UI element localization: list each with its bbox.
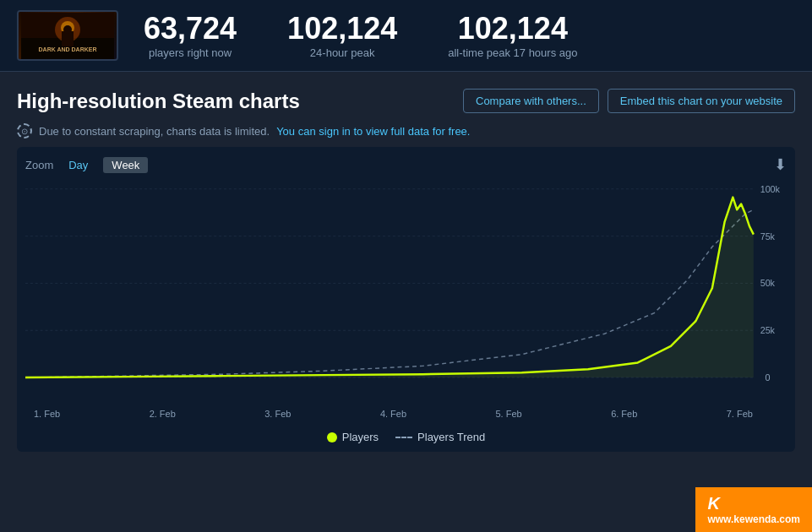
trend-dash bbox=[395, 437, 412, 438]
compare-button[interactable]: Compare with others... bbox=[463, 89, 599, 113]
trend-label: Players Trend bbox=[417, 431, 485, 443]
legend-trend: Players Trend bbox=[395, 431, 485, 443]
svg-text:DARK AND DARKER: DARK AND DARKER bbox=[39, 46, 97, 52]
button-group: Compare with others... Embed this chart … bbox=[463, 89, 795, 113]
zoom-row: Zoom Day Week ⬇ bbox=[25, 155, 787, 174]
stat-24h-peak: 102,124 24-hour peak bbox=[287, 12, 397, 60]
x-label-4: 4. Feb bbox=[380, 409, 406, 419]
zoom-day-button[interactable]: Day bbox=[60, 157, 96, 173]
watermark-brand: K bbox=[707, 494, 719, 513]
warning-bar: ⊙ Due to constant scraping, charts data … bbox=[17, 123, 795, 138]
svg-marker-17 bbox=[25, 198, 754, 377]
x-axis: 1. Feb 2. Feb 3. Feb 4. Feb 5. Feb 6. Fe… bbox=[34, 404, 787, 424]
svg-text:100k: 100k bbox=[760, 184, 781, 194]
svg-text:25k: 25k bbox=[760, 325, 776, 335]
svg-text:50k: 50k bbox=[760, 278, 776, 288]
current-players-label: players right now bbox=[144, 46, 237, 59]
alltime-peak-label: all-time peak 17 hours ago bbox=[448, 46, 577, 59]
players-dot bbox=[327, 432, 337, 442]
watermark: K www.kewenda.com bbox=[695, 487, 812, 532]
stat-current-players: 63,724 players right now bbox=[144, 12, 237, 60]
x-label-5: 5. Feb bbox=[496, 409, 522, 419]
warning-link[interactable]: You can sign in to view full data for fr… bbox=[276, 125, 470, 138]
stat-alltime-peak: 102,124 all-time peak 17 hours ago bbox=[448, 12, 577, 60]
page-title: High-resolution Steam charts bbox=[17, 90, 300, 113]
24h-peak-value: 102,124 bbox=[287, 12, 397, 46]
chart-svg-wrapper: 100k 75k 50k 25k 0 bbox=[25, 181, 787, 404]
svg-point-5 bbox=[63, 25, 72, 34]
svg-text:75k: 75k bbox=[760, 231, 776, 242]
watermark-url: www.kewenda.com bbox=[707, 513, 800, 525]
x-label-7: 7. Feb bbox=[727, 409, 753, 419]
players-label: Players bbox=[342, 431, 379, 443]
zoom-controls: Zoom Day Week bbox=[25, 157, 148, 173]
svg-text:0: 0 bbox=[766, 372, 771, 383]
zoom-label: Zoom bbox=[25, 159, 53, 171]
legend-players: Players bbox=[327, 431, 379, 443]
legend: Players Players Trend bbox=[25, 424, 787, 452]
header: DARK AND DARKER 63,724 players right now… bbox=[0, 0, 812, 72]
warning-text: Due to constant scraping, charts data is… bbox=[39, 125, 270, 138]
game-logo: DARK AND DARKER bbox=[17, 10, 118, 61]
alltime-peak-value: 102,124 bbox=[448, 12, 577, 46]
24h-peak-label: 24-hour peak bbox=[287, 46, 397, 59]
x-label-6: 6. Feb bbox=[611, 409, 637, 419]
current-players-value: 63,724 bbox=[144, 12, 237, 46]
chart-container: Zoom Day Week ⬇ 100k 75k 50k 25k 0 bbox=[17, 147, 795, 452]
warning-icon: ⊙ bbox=[17, 123, 32, 138]
x-label-3: 3. Feb bbox=[264, 409, 291, 419]
x-label-2: 2. Feb bbox=[150, 409, 176, 419]
embed-button[interactable]: Embed this chart on your website bbox=[608, 89, 795, 113]
chart-svg: 100k 75k 50k 25k 0 bbox=[25, 181, 787, 404]
download-icon[interactable]: ⬇ bbox=[774, 155, 787, 174]
main-content: High-resolution Steam charts Compare wit… bbox=[0, 72, 812, 452]
title-row: High-resolution Steam charts Compare wit… bbox=[17, 89, 795, 113]
stat-group: 63,724 players right now 102,124 24-hour… bbox=[144, 12, 795, 60]
x-label-1: 1. Feb bbox=[34, 409, 60, 419]
zoom-week-button[interactable]: Week bbox=[103, 157, 148, 173]
